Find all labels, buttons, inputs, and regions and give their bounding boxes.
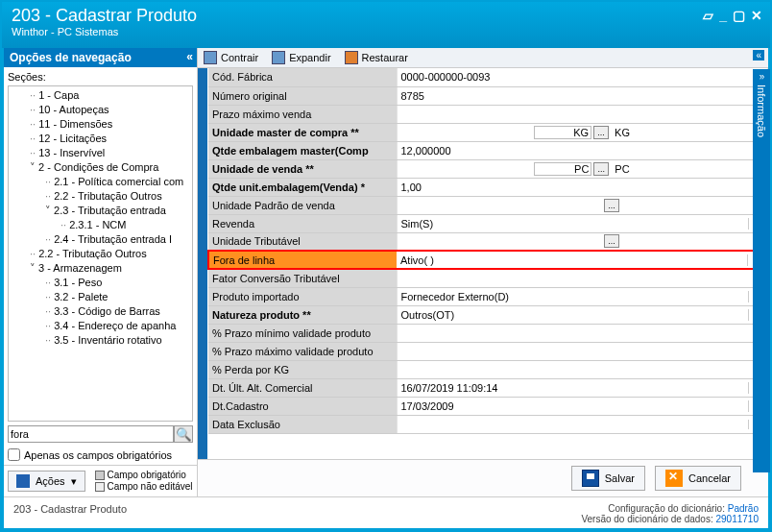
field-label: % Prazo mínimo validade produto bbox=[208, 324, 397, 342]
legend: Campo obrigatório Campo não editável bbox=[95, 470, 193, 493]
property-grid: Cód. Fábrica0000-000000-0093Número origi… bbox=[207, 68, 768, 459]
version-link[interactable]: 29011710 bbox=[716, 514, 760, 524]
field-value[interactable] bbox=[397, 360, 767, 378]
field-value[interactable] bbox=[397, 105, 767, 123]
lookup-button[interactable]: ... bbox=[593, 162, 609, 176]
restore-icon bbox=[345, 51, 358, 64]
field-label: % Perda por KG bbox=[208, 360, 397, 378]
field-value[interactable]: 1,00 bbox=[397, 178, 767, 196]
gear-icon bbox=[16, 474, 30, 488]
minimize-icon[interactable]: _ bbox=[719, 8, 727, 23]
field-label: Unidade master de compra ** bbox=[208, 123, 397, 141]
expand-button[interactable]: Expandir bbox=[272, 51, 330, 64]
statusbar: 203 - Cadastrar Produto Configuração do … bbox=[4, 496, 768, 528]
tree-item[interactable]: 10 - Autopeças bbox=[11, 103, 190, 117]
tree-item[interactable]: 3 - Armazenagem bbox=[11, 261, 190, 276]
field-label: Qtde embalagem master(Comp bbox=[208, 141, 397, 159]
nav-header: Opções de navegação « bbox=[4, 48, 197, 67]
field-label: Dt. Últ. Alt. Comercial bbox=[208, 378, 397, 397]
close-icon[interactable]: ✕ bbox=[751, 8, 762, 23]
field-value[interactable]: Sim(S)▾ bbox=[397, 214, 767, 232]
restore-button[interactable]: Restaurar bbox=[345, 51, 408, 64]
tree-item[interactable]: 2.2 - Tributação Outros bbox=[11, 247, 190, 261]
field-value[interactable]: ...PC bbox=[397, 159, 767, 178]
tree-item[interactable]: 2.1 - Política comercial com bbox=[11, 175, 190, 189]
field-label: Natureza produto ** bbox=[208, 305, 397, 324]
tree-item[interactable]: 1 - Capa bbox=[11, 88, 190, 103]
tree-item[interactable]: 12 - Licitações bbox=[11, 132, 190, 146]
window-title: 203 - Cadastrar Produto bbox=[12, 6, 760, 26]
field-value[interactable]: Fornecedor Externo(D)▾ bbox=[397, 287, 767, 305]
nav-panel: Opções de navegação « Seções: 1 - Capa10… bbox=[4, 48, 198, 496]
actions-button[interactable]: Ações ▾ bbox=[8, 471, 85, 492]
field-label: % Prazo máximo validade produto bbox=[208, 342, 397, 360]
field-value[interactable]: 12,000000 bbox=[397, 141, 767, 159]
tree-item[interactable]: 11 - Dimensões bbox=[11, 117, 190, 132]
chevron-left-icon: « bbox=[759, 72, 764, 83]
search-button[interactable]: 🔍 bbox=[174, 425, 193, 443]
search-input[interactable] bbox=[8, 425, 174, 443]
field-label: Fator Conversão Tributável bbox=[208, 269, 397, 287]
actions-label: Ações bbox=[36, 475, 65, 487]
main-panel: Contrair Expandir Restaurar « Cód. Fábri… bbox=[198, 48, 768, 496]
unit-input[interactable] bbox=[534, 162, 591, 176]
field-value[interactable]: 16/07/2019 11:09:14▾ bbox=[397, 378, 767, 397]
field-label: Número original bbox=[208, 86, 397, 105]
field-label: Qtde unit.embalagem(Venda) * bbox=[208, 178, 397, 196]
tree-item[interactable]: 2.3 - Tributação entrada bbox=[11, 204, 190, 218]
unit-input[interactable] bbox=[534, 126, 591, 139]
lookup-button[interactable]: ... bbox=[604, 199, 619, 212]
field-value[interactable] bbox=[397, 324, 767, 342]
window-subtitle: Winthor - PC Sistemas bbox=[12, 26, 760, 37]
field-value[interactable]: ...KG bbox=[397, 123, 767, 141]
sections-label: Seções: bbox=[8, 71, 193, 83]
save-button[interactable]: Salvar bbox=[571, 466, 645, 491]
maximize-icon[interactable]: ▢ bbox=[733, 8, 745, 23]
chevron-left-icon[interactable]: « bbox=[753, 50, 764, 60]
tree-item[interactable]: 3.1 - Peso bbox=[11, 276, 190, 290]
save-icon bbox=[582, 470, 599, 487]
cancel-button[interactable]: Cancelar bbox=[655, 466, 741, 491]
field-label: Produto importado bbox=[208, 287, 397, 305]
field-value[interactable]: 0000-000000-0093 bbox=[397, 68, 767, 86]
field-value[interactable]: ▾ bbox=[397, 415, 767, 433]
field-value[interactable]: ... bbox=[397, 232, 767, 251]
field-value[interactable]: 17/03/2009▾ bbox=[397, 397, 767, 415]
tree-item[interactable]: 2 - Condições de Compra bbox=[11, 160, 190, 175]
field-label: Unidade Tributável bbox=[208, 232, 397, 251]
field-value[interactable] bbox=[397, 269, 767, 287]
field-value[interactable]: 8785 bbox=[397, 86, 767, 105]
field-label: Data Exclusão bbox=[208, 415, 397, 433]
field-value[interactable]: ... bbox=[397, 196, 767, 214]
field-value[interactable]: Outros(OT)▾ bbox=[397, 305, 767, 324]
tree-item[interactable]: 13 - Inservível bbox=[11, 146, 190, 160]
plus-icon bbox=[272, 51, 285, 64]
tree-item[interactable]: 3.5 - Inventário rotativo bbox=[11, 333, 190, 348]
config-link[interactable]: Padrão bbox=[728, 503, 759, 514]
only-required-checkbox[interactable] bbox=[8, 448, 20, 461]
tree-item[interactable]: 3.4 - Endereço de apanha bbox=[11, 319, 190, 333]
tree-item[interactable]: 3.3 - Código de Barras bbox=[11, 304, 190, 319]
tree-item[interactable]: 3.2 - Palete bbox=[11, 290, 190, 304]
field-label: Cód. Fábrica bbox=[208, 68, 397, 86]
lookup-button[interactable]: ... bbox=[593, 126, 609, 139]
legend-required: Campo obrigatório bbox=[108, 470, 186, 481]
field-label: Dt.Cadastro bbox=[208, 397, 397, 415]
tree-item[interactable]: 2.2 - Tributação Outros bbox=[11, 189, 190, 204]
chevron-left-icon[interactable]: « bbox=[186, 50, 193, 63]
titlebar: 203 - Cadastrar Produto Winthor - PC Sis… bbox=[2, 2, 770, 48]
field-label: Fora de linha bbox=[208, 251, 397, 269]
chevron-down-icon: ▾ bbox=[71, 475, 77, 488]
tree-item[interactable]: 2.3.1 - NCM bbox=[11, 218, 190, 232]
field-label: Prazo máximo venda bbox=[208, 105, 397, 123]
field-value[interactable]: Ativo( )▾ bbox=[397, 251, 767, 269]
edit-icon[interactable]: ▱ bbox=[703, 8, 713, 23]
field-value[interactable] bbox=[397, 342, 767, 360]
lookup-button[interactable]: ... bbox=[604, 234, 619, 248]
tree-item[interactable]: 2.4 - Tributação entrada I bbox=[11, 232, 190, 247]
cancel-icon bbox=[665, 470, 683, 487]
nav-header-label: Opções de navegação bbox=[10, 51, 132, 64]
info-tab[interactable]: « Informação bbox=[753, 69, 770, 472]
nav-tree[interactable]: 1 - Capa10 - Autopeças11 - Dimensões12 -… bbox=[8, 85, 193, 422]
collapse-button[interactable]: Contrair bbox=[204, 51, 258, 64]
